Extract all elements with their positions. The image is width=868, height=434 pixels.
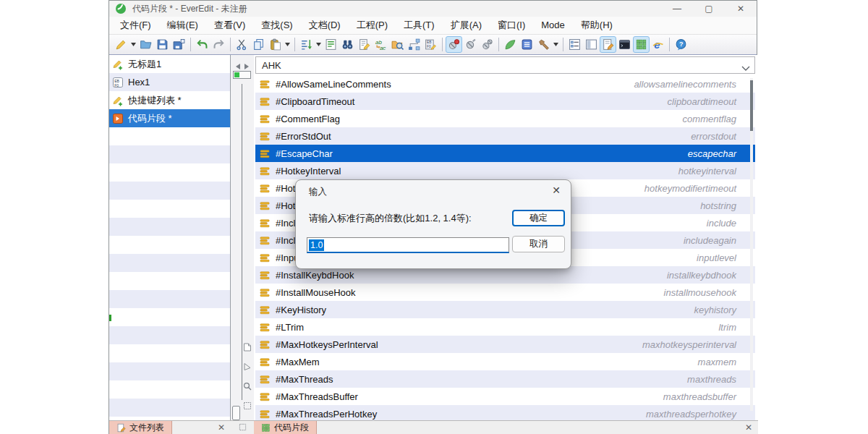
edit-document-button[interactable] — [356, 36, 373, 53]
dialog-close-icon[interactable]: ✕ — [552, 184, 561, 196]
snippet-row[interactable]: #MaxMemmaxmem — [255, 353, 755, 370]
document-view-button[interactable] — [519, 36, 535, 53]
chevron-down-icon[interactable] — [741, 63, 750, 74]
snippet-row[interactable]: #MaxThreadsPerHotkeymaxthreadsperhotkey — [255, 405, 755, 420]
hex-edit-button[interactable]: EBF0 — [422, 36, 439, 53]
sidebar-empty-row — [109, 254, 230, 272]
menu-item-tools[interactable]: 工具(T) — [396, 17, 443, 34]
tab-snippets[interactable]: 代码片段 — [254, 421, 317, 434]
snippet-row[interactable]: #LTrimltrim — [255, 318, 755, 336]
snippet-row[interactable]: #MaxThreadsBuffermaxthreadsbuffer — [255, 388, 755, 405]
line-operations-dropdown-icon[interactable] — [315, 36, 323, 53]
play-macro-button[interactable] — [462, 36, 479, 53]
save-button[interactable] — [154, 36, 171, 53]
toolbar-separator — [294, 38, 295, 51]
stop-macro-button[interactable] — [479, 36, 495, 53]
line-height-input[interactable]: 1.0 — [307, 237, 509, 253]
flowchart-button[interactable] — [406, 36, 422, 53]
snippet-row[interactable]: #AllowSameLineCommentsallowsamelinecomme… — [255, 75, 755, 93]
snippet-row[interactable]: #CommentFlagcommentflag — [255, 110, 755, 127]
snippet-row[interactable]: #KeyHistorykeyhistory — [255, 301, 755, 318]
outline-list-button[interactable] — [566, 36, 583, 53]
dotted-grid-icon[interactable] — [243, 400, 252, 413]
redo-button[interactable] — [210, 36, 227, 53]
menu-item-window[interactable]: 窗口(I) — [490, 17, 533, 34]
paste-button[interactable] — [267, 36, 284, 53]
sidebar-item[interactable]: EBF0Hex1 — [109, 73, 230, 91]
svg-text:F0: F0 — [427, 45, 431, 48]
sidebar-empty-row — [109, 344, 230, 362]
browser-preview-button[interactable]: e — [650, 36, 666, 53]
sidebar-empty-row — [109, 127, 230, 145]
menu-item-mode[interactable]: Mode — [533, 17, 573, 34]
console-button[interactable] — [616, 36, 633, 53]
menu-item-file[interactable]: 文件(F) — [112, 17, 159, 34]
file-list-tab-icon — [116, 423, 126, 433]
menu-item-extend[interactable]: 扩展(A) — [443, 17, 490, 34]
snippet-editor-button[interactable] — [600, 36, 616, 53]
close-button[interactable]: ✕ — [725, 1, 757, 17]
menu-item-edit[interactable]: 编辑(E) — [159, 17, 206, 34]
save-all-button[interactable] — [171, 36, 187, 53]
snippet-name: #InstallMouseHook — [276, 287, 356, 298]
open-file-button[interactable] — [137, 36, 154, 53]
menu-item-project[interactable]: 工程(P) — [349, 17, 396, 34]
undo-button[interactable] — [194, 36, 210, 53]
copy-button[interactable] — [250, 36, 267, 53]
maximize-button[interactable]: ▢ — [693, 1, 725, 17]
new-snippet-dropdown-icon[interactable] — [129, 36, 137, 53]
zoom-slider-track[interactable] — [242, 84, 242, 400]
snippet-name: #ErrorStdOut — [276, 131, 331, 142]
magnifier-icon[interactable] — [243, 380, 252, 393]
tab-file-list[interactable]: 文件列表 — [109, 421, 172, 434]
page-icon[interactable] — [243, 341, 252, 354]
dock-icon[interactable] — [239, 421, 247, 434]
scrollbar-thumb[interactable] — [750, 80, 753, 131]
snippet-row[interactable]: #HotkeyIntervalhotkeyinterval — [255, 162, 755, 179]
splitter-handle[interactable] — [232, 406, 240, 420]
snippet-row[interactable]: #EscapeCharescapechar — [255, 145, 755, 162]
menu-item-document[interactable]: 文档(D) — [301, 17, 349, 34]
replace-button[interactable]: abac — [373, 36, 389, 53]
file-list-close-icon[interactable]: ✕ — [218, 423, 225, 432]
snippet-lines-icon — [260, 166, 271, 176]
plugin-button[interactable] — [502, 36, 519, 53]
snippet-trigger: keyhistory — [694, 305, 755, 315]
snippet-row[interactable]: #ClipboardTimeoutclipboardtimeout — [255, 93, 755, 110]
sidebar-item[interactable]: 无标题1 — [109, 55, 230, 73]
find-in-files-button[interactable] — [389, 36, 406, 53]
menu-bar: 文件(F) 编辑(E) 查看(V) 查找(S) 文档(D) 工程(P) 工具(T… — [109, 17, 757, 35]
wrap-view-button[interactable] — [323, 36, 339, 53]
snippet-group-combobox[interactable]: AHK — [255, 56, 755, 74]
menu-item-search[interactable]: 查找(S) — [253, 17, 300, 34]
cursor-triangle-icon[interactable] — [243, 361, 252, 374]
sidebar-item[interactable]: 快捷键列表 * — [109, 91, 230, 109]
help-button[interactable]: ? — [673, 36, 689, 53]
record-macro-button[interactable] — [446, 36, 462, 53]
vertical-scrollbar[interactable] — [750, 78, 753, 411]
minimize-button[interactable]: — — [661, 1, 693, 17]
tools-button[interactable] — [535, 36, 552, 53]
find-button[interactable] — [339, 36, 356, 53]
line-operations-button[interactable] — [298, 36, 315, 53]
snippet-lines-icon — [260, 148, 271, 159]
sidebar-item[interactable]: 代码片段 * — [109, 109, 230, 127]
snippet-grid-button[interactable] — [633, 36, 650, 53]
new-snippet-button[interactable] — [113, 36, 129, 53]
snippet-row[interactable]: #ErrorStdOuterrorstdout — [255, 127, 755, 145]
snippet-row[interactable]: #InstallMouseHookinstallmousehook — [255, 284, 755, 301]
sidebar-empty-row — [109, 399, 230, 417]
zoom-slider-handle[interactable] — [233, 71, 251, 79]
cut-button[interactable] — [234, 36, 250, 53]
snippet-row[interactable]: #MaxThreadsmaxthreads — [255, 370, 755, 388]
paste-dropdown-icon[interactable] — [284, 36, 292, 53]
menu-item-help[interactable]: 帮助(H) — [573, 17, 621, 34]
sidebar-item-label: 无标题1 — [128, 58, 161, 71]
menu-item-view[interactable]: 查看(V) — [206, 17, 253, 34]
cancel-button[interactable]: 取消 — [512, 236, 565, 252]
ok-button[interactable]: 确定 — [512, 210, 565, 226]
snippet-panel-close-icon[interactable]: ✕ — [745, 423, 752, 432]
side-panel-button[interactable] — [583, 36, 600, 53]
tools-dropdown-icon[interactable] — [552, 36, 560, 53]
snippet-row[interactable]: #MaxHotkeysPerIntervalmaxhotkeysperinter… — [255, 336, 755, 353]
